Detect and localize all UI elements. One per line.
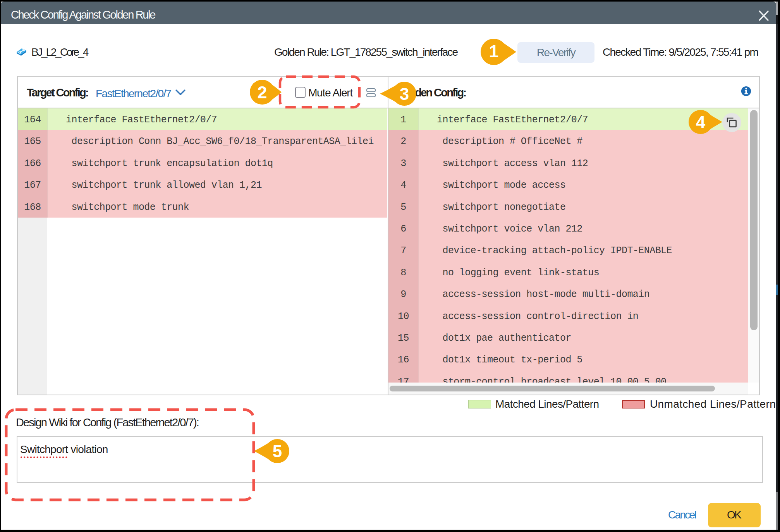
svg-text:5: 5 [273, 442, 282, 461]
svg-text:2: 2 [257, 82, 267, 102]
svg-text:3: 3 [400, 84, 409, 103]
svg-text:1: 1 [489, 41, 498, 61]
svg-text:4: 4 [696, 113, 706, 132]
